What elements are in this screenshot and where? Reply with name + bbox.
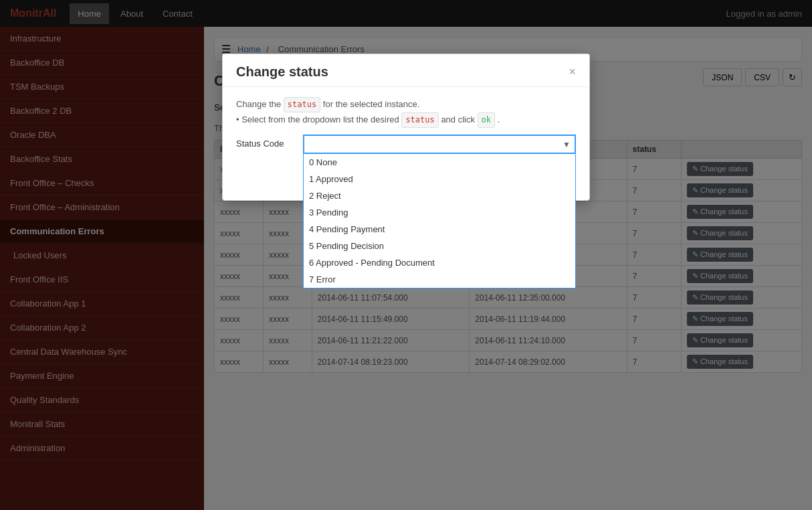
modal-close-button[interactable]: × xyxy=(569,65,576,79)
instruction-2a: Select from the dropdown list the desire… xyxy=(241,114,399,124)
form-select-wrap: ▼ 0 None1 Approved2 Reject3 Pending4 Pen… xyxy=(303,135,576,154)
modal: Change status × Change the status for th… xyxy=(222,54,590,201)
ok-badge: ok xyxy=(478,112,495,128)
status-badge-1: status xyxy=(284,97,320,112)
instruction-1b: for the selected instance. xyxy=(323,99,420,109)
dropdown-option[interactable]: 7 Error xyxy=(304,271,575,288)
dropdown-option[interactable]: 4 Pending Payment xyxy=(304,221,575,238)
dropdown-option[interactable]: 3 Pending xyxy=(304,204,575,221)
dropdown-option[interactable]: 6 Approved - Pending Document xyxy=(304,254,575,271)
instruction-2c: . xyxy=(498,114,500,124)
instruction-2b: and click xyxy=(441,114,475,124)
dropdown-option[interactable]: 2 Reject xyxy=(304,187,575,204)
dropdown-option[interactable]: 1 Approved xyxy=(304,171,575,187)
bullet: • xyxy=(236,114,239,124)
status-badge-2: status xyxy=(401,112,438,128)
form-label: Status Code xyxy=(236,135,296,149)
modal-title: Change status xyxy=(236,64,328,80)
modal-form-row: Status Code ▼ 0 None1 Approved2 Reject3 … xyxy=(236,135,576,154)
modal-instructions: Change the status for the selected insta… xyxy=(236,97,576,128)
dropdown-option[interactable]: 5 Pending Decision xyxy=(304,238,575,254)
modal-header: Change status × xyxy=(223,54,589,87)
dropdown-list[interactable]: 0 None1 Approved2 Reject3 Pending4 Pendi… xyxy=(303,154,576,288)
dropdown-option[interactable]: 0 None xyxy=(304,154,575,171)
instruction-1a: Change the xyxy=(236,99,281,109)
modal-body: Change the status for the selected insta… xyxy=(223,87,589,164)
status-code-input[interactable] xyxy=(303,135,576,154)
modal-overlay[interactable]: Change status × Change the status for th… xyxy=(0,0,812,510)
